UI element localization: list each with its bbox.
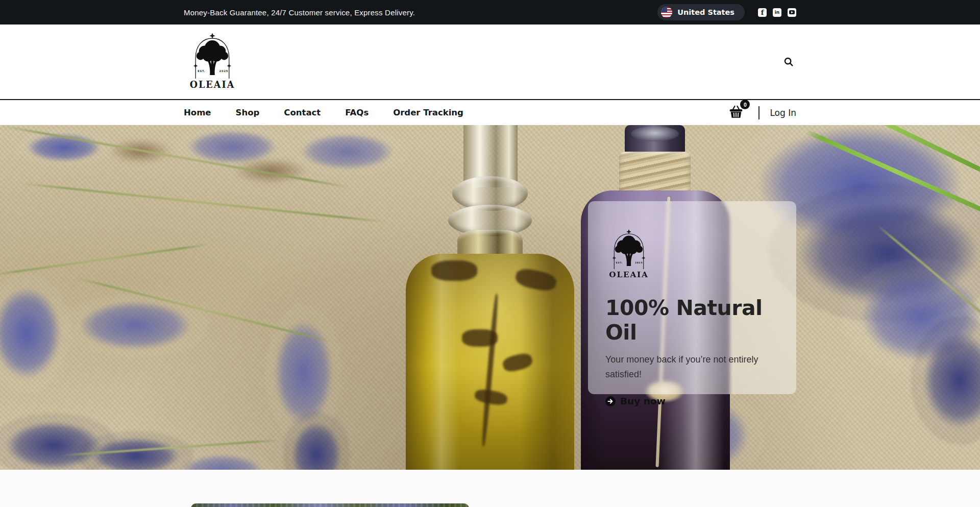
nav-item-faqs[interactable]: FAQs (345, 108, 369, 117)
topbar: Money-Back Guarantee, 24/7 Customer serv… (0, 0, 980, 25)
logo-est-label: EST. (198, 69, 205, 73)
hero-subtitle: Your money back if you’re not entirely s… (605, 352, 779, 382)
cart-button[interactable]: 0 (727, 104, 745, 121)
logo-est-year: 2025 (219, 69, 229, 73)
logo-est-year: 2025 (635, 261, 643, 264)
buy-now-label: Buy now (620, 396, 666, 406)
hero-title: 100% Natural Oil (605, 296, 779, 345)
country-selector-button[interactable]: United States (657, 4, 745, 20)
arrow-circle-icon (605, 396, 616, 406)
content-section (0, 470, 980, 507)
nav-divider (758, 106, 760, 119)
stem (0, 244, 208, 276)
logo-wordmark: OLEAIA (190, 79, 235, 90)
country-label: United States (677, 8, 734, 16)
linkedin-icon[interactable]: in (773, 8, 781, 17)
brand-logo[interactable]: EST. 2025 OLEAIA (188, 30, 237, 93)
facebook-icon[interactable]: f (758, 8, 767, 17)
nav-item-order-tracking[interactable]: Order Tracking (393, 108, 463, 117)
lavender-field-image (191, 503, 469, 507)
youtube-icon[interactable] (788, 8, 796, 17)
nav-item-contact[interactable]: Contact (284, 108, 321, 117)
topbar-message: Money-Back Guarantee, 24/7 Customer serv… (184, 8, 415, 17)
dried-twig (219, 153, 322, 189)
logo-tree-icon: EST. 2025 OLEAIA (188, 30, 237, 91)
logo-est-label: EST. (616, 261, 623, 264)
logo-wordmark: OLEAIA (609, 270, 649, 279)
nav-item-home[interactable]: Home (184, 108, 211, 117)
stem (21, 182, 387, 223)
social-links: f in (758, 8, 796, 17)
hero-section: EST. 2025 OLEAIA 100% Natural Oil Your m… (0, 125, 980, 470)
buy-now-link[interactable]: Buy now (605, 396, 666, 406)
login-link[interactable]: Log In (770, 108, 796, 118)
search-button[interactable] (781, 54, 796, 69)
lavender-cluster (0, 273, 71, 393)
site-header: EST. 2025 OLEAIA (0, 25, 980, 99)
search-icon (783, 56, 794, 67)
hero-card: EST. 2025 OLEAIA 100% Natural Oil Your m… (588, 201, 796, 394)
cart-count-badge: 0 (740, 100, 750, 109)
hero-card-logo: EST. 2025 OLEAIA (607, 227, 650, 280)
us-flag-icon (661, 7, 672, 18)
lavender-cluster (61, 294, 209, 357)
nav-item-shop[interactable]: Shop (236, 108, 260, 117)
main-nav: Home Shop Contact FAQs Order Tracking 0 (0, 99, 980, 125)
youtube-play-glyph (789, 10, 795, 14)
